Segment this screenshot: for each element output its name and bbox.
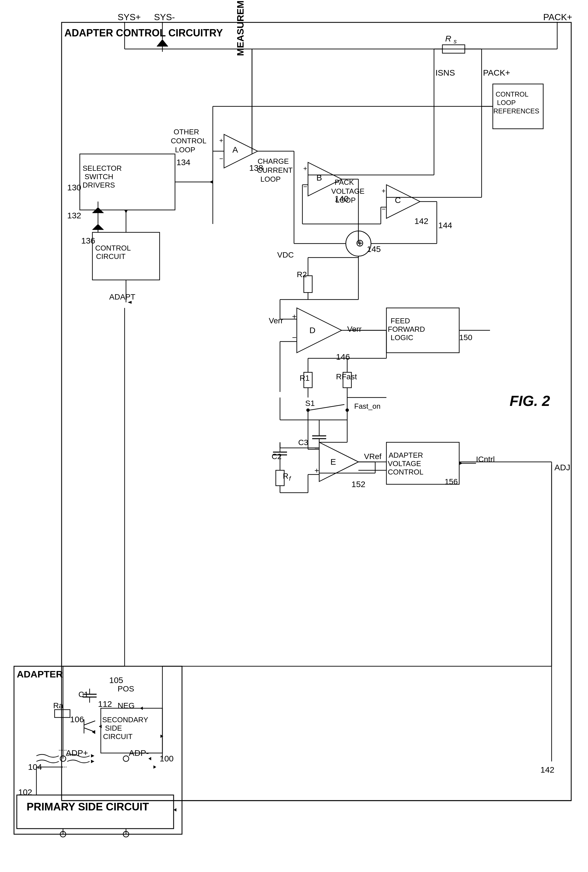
adapter-voltage-label3: CONTROL [388, 468, 423, 476]
adapt-label: ADAPT [109, 292, 135, 301]
label-100: 100 [160, 754, 174, 763]
svg-marker-17 [224, 134, 258, 168]
svg-marker-138 [91, 754, 94, 758]
feed-forward-label: FEED [391, 317, 410, 325]
circuit-diagram: ADAPTER CONTROL CIRCUITRY SYS+ SYS- PACK… [0, 0, 588, 872]
label-142a: 142 [414, 216, 428, 226]
sum-plus: ⊕ [356, 237, 364, 249]
fast-on-label: Fast_on [354, 402, 381, 411]
amp-e-label: E [330, 457, 336, 466]
rf-sub: f [289, 475, 291, 482]
other-control-label2: CONTROL [171, 136, 206, 145]
amp-d-minus: − [292, 333, 297, 342]
primary-side-label: PRIMARY SIDE CIRCUIT [27, 801, 149, 813]
svg-marker-31 [386, 185, 420, 218]
label-102: 102 [18, 787, 32, 797]
svg-marker-108 [128, 301, 132, 304]
pack-voltage-label2: VOLTAGE [331, 187, 364, 195]
amp-d-plus: + [292, 312, 297, 321]
secondary-side-label3: CIRCUIT [103, 732, 133, 741]
label-152: 152 [351, 479, 365, 489]
svg-marker-118 [124, 210, 128, 213]
amp-c-plus: + [382, 187, 386, 195]
rs-label: R [445, 34, 452, 43]
vdc-label: VDC [277, 250, 294, 259]
ra-label: Ra [53, 701, 63, 710]
amp-b-plus: + [303, 165, 307, 172]
rf-label: R [283, 472, 288, 480]
label-142b: 142 [540, 765, 554, 774]
vref-label: VRef [364, 452, 381, 461]
adapter-control-label: ADAPTER CONTROL CIRCUITRY [64, 27, 223, 39]
label-106: 106 [70, 715, 84, 724]
selector-switch-label: SELECTOR [82, 164, 122, 172]
measurement-label: MEASUREMENT [235, 0, 246, 56]
label-145: 145 [367, 244, 381, 254]
svg-marker-120 [210, 180, 213, 184]
control-circuit-label: CONTROL [95, 244, 131, 252]
svg-marker-113 [92, 224, 104, 229]
label-132: 132 [67, 211, 81, 220]
svg-rect-127 [55, 710, 70, 718]
control-loop-ref-label2: LOOP [497, 99, 516, 106]
amp-a-plus: + [219, 136, 223, 144]
pack-voltage-label3: LOOP [336, 196, 356, 204]
pack-voltage-label: PACK [334, 178, 354, 186]
feed-forward-label2: FORWARD [388, 325, 425, 333]
label-150: 150 [459, 333, 472, 342]
verr1-label: Verr [269, 316, 283, 325]
s1-label: S1 [305, 399, 315, 408]
adapter-voltage-label: ADAPTER [388, 451, 423, 459]
pack-plus-top-label: PACK+ [543, 12, 572, 22]
svg-marker-51 [297, 308, 342, 353]
charge-current-label2: CURRENT [257, 166, 292, 174]
sys-minus-label: SYS- [154, 12, 175, 22]
amp-c-label: C [395, 195, 401, 205]
label-134: 134 [176, 157, 190, 167]
control-circuit-label2: CIRCUIT [96, 252, 126, 261]
label-146: 146 [336, 352, 350, 361]
svg-marker-3 [157, 39, 168, 46]
verr2-label: Verr [347, 325, 362, 333]
amp-b-label: B [316, 173, 322, 182]
sys-plus-label: SYS+ [118, 12, 141, 22]
charge-current-label: CHARGE [258, 157, 289, 165]
selector-switch-label2: SWITCH [84, 172, 113, 181]
svg-line-133 [84, 721, 95, 725]
r1-label: R1 [300, 374, 310, 382]
amp-c-minus: − [382, 205, 386, 213]
other-control-label3: LOOP [175, 145, 195, 154]
label-105: 105 [109, 676, 123, 685]
neg-label: NEG [118, 701, 135, 710]
rs-sub: s [454, 38, 457, 45]
svg-marker-144 [160, 734, 163, 738]
control-loop-ref-label: CONTROL [496, 90, 528, 98]
svg-marker-145 [153, 766, 156, 769]
amp-a-minus: − [219, 155, 223, 162]
svg-point-66 [306, 408, 310, 412]
control-loop-ref-label3: REFERENCES [494, 107, 539, 115]
amp-a-label: A [232, 145, 238, 154]
adapter-label: ADAPTER [17, 669, 63, 679]
svg-line-68 [310, 405, 344, 410]
c3-label: C3 [298, 438, 308, 447]
amp-b-minus: − [303, 183, 307, 190]
pos-label: POS [118, 685, 134, 693]
fig-label: FIG. 2 [510, 393, 550, 409]
label-136: 136 [81, 236, 95, 245]
charge-current-label3: LOOP [260, 175, 280, 183]
adp-plus-label: ADP+ [66, 748, 88, 758]
selector-switch-label3: DRIVERS [82, 181, 115, 189]
amp-e-plus: + [315, 466, 319, 475]
isns-label: ISNS [435, 68, 455, 77]
svg-point-122 [123, 756, 129, 761]
page: ADAPTER CONTROL CIRCUITRY SYS+ SYS- PACK… [0, 0, 588, 872]
label-156: 156 [445, 477, 458, 486]
svg-marker-75 [319, 442, 358, 481]
label-112: 112 [98, 699, 112, 709]
other-control-label: OTHER [174, 127, 199, 136]
amp-d-label: D [309, 325, 315, 335]
r2-label: R2 [297, 270, 307, 279]
adj-label: ADJ [554, 463, 570, 472]
svg-marker-139 [91, 760, 94, 763]
